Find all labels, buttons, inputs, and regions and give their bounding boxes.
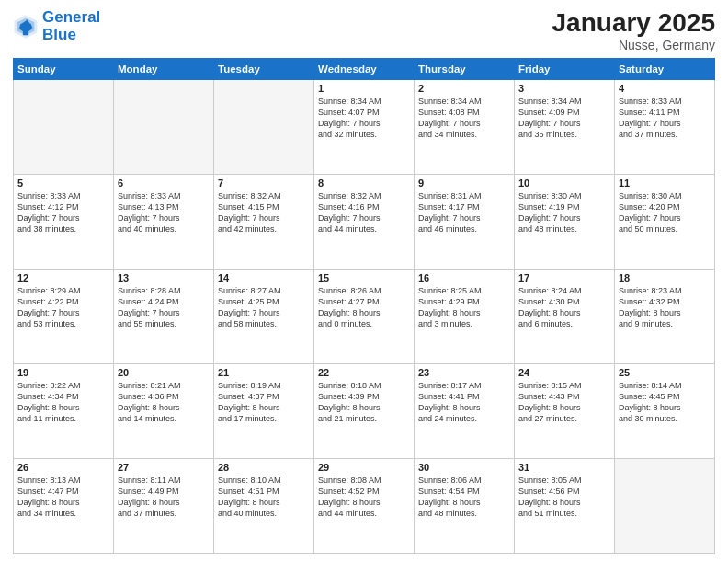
day-number: 11 (619, 178, 711, 189)
day-number: 2 (418, 83, 510, 94)
day-info: Sunrise: 8:24 AM Sunset: 4:30 PM Dayligh… (518, 285, 610, 330)
header-sunday: Sunday (14, 58, 114, 79)
week-row-3: 12Sunrise: 8:29 AM Sunset: 4:22 PM Dayli… (14, 269, 715, 363)
day-number: 24 (518, 367, 610, 378)
header-friday: Friday (515, 58, 615, 79)
calendar-cell: 16Sunrise: 8:25 AM Sunset: 4:29 PM Dayli… (415, 269, 515, 363)
day-number: 13 (118, 272, 210, 283)
calendar-cell: 26Sunrise: 8:13 AM Sunset: 4:47 PM Dayli… (14, 458, 114, 553)
day-info: Sunrise: 8:15 AM Sunset: 4:43 PM Dayligh… (518, 380, 610, 425)
day-number: 31 (518, 462, 610, 473)
day-info: Sunrise: 8:34 AM Sunset: 4:07 PM Dayligh… (318, 96, 410, 141)
day-number: 15 (318, 272, 410, 283)
calendar-cell: 30Sunrise: 8:06 AM Sunset: 4:54 PM Dayli… (415, 458, 515, 553)
day-info: Sunrise: 8:29 AM Sunset: 4:22 PM Dayligh… (17, 285, 109, 330)
day-number: 20 (118, 367, 210, 378)
day-info: Sunrise: 8:22 AM Sunset: 4:34 PM Dayligh… (17, 380, 109, 425)
calendar-cell: 3Sunrise: 8:34 AM Sunset: 4:09 PM Daylig… (515, 79, 615, 174)
calendar-cell: 24Sunrise: 8:15 AM Sunset: 4:43 PM Dayli… (515, 363, 615, 458)
calendar-table: Sunday Monday Tuesday Wednesday Thursday… (13, 58, 715, 554)
day-number: 12 (17, 272, 109, 283)
day-info: Sunrise: 8:30 AM Sunset: 4:20 PM Dayligh… (619, 190, 711, 236)
day-info: Sunrise: 8:23 AM Sunset: 4:32 PM Dayligh… (619, 285, 711, 330)
day-info: Sunrise: 8:10 AM Sunset: 4:51 PM Dayligh… (218, 475, 310, 520)
day-number: 5 (17, 178, 109, 189)
calendar-cell: 19Sunrise: 8:22 AM Sunset: 4:34 PM Dayli… (14, 363, 114, 458)
header-saturday: Saturday (615, 58, 715, 79)
logo-blue: Blue (42, 26, 76, 43)
day-info: Sunrise: 8:33 AM Sunset: 4:11 PM Dayligh… (619, 96, 711, 141)
day-number: 10 (518, 178, 610, 189)
day-info: Sunrise: 8:26 AM Sunset: 4:27 PM Dayligh… (318, 285, 410, 330)
day-number: 23 (418, 367, 510, 378)
calendar-cell: 25Sunrise: 8:14 AM Sunset: 4:45 PM Dayli… (615, 363, 715, 458)
day-number: 28 (218, 462, 310, 473)
calendar-cell: 28Sunrise: 8:10 AM Sunset: 4:51 PM Dayli… (214, 458, 314, 553)
day-info: Sunrise: 8:18 AM Sunset: 4:39 PM Dayligh… (318, 380, 410, 425)
calendar-cell: 12Sunrise: 8:29 AM Sunset: 4:22 PM Dayli… (14, 269, 114, 363)
day-info: Sunrise: 8:05 AM Sunset: 4:56 PM Dayligh… (518, 475, 610, 520)
day-info: Sunrise: 8:25 AM Sunset: 4:29 PM Dayligh… (418, 285, 510, 330)
week-row-5: 26Sunrise: 8:13 AM Sunset: 4:47 PM Dayli… (14, 458, 715, 553)
day-number: 4 (619, 83, 711, 94)
calendar-cell: 31Sunrise: 8:05 AM Sunset: 4:56 PM Dayli… (515, 458, 615, 553)
day-number: 27 (118, 462, 210, 473)
calendar-cell: 2Sunrise: 8:34 AM Sunset: 4:08 PM Daylig… (415, 79, 515, 174)
day-number: 7 (218, 178, 310, 189)
header-wednesday: Wednesday (314, 58, 415, 79)
day-number: 30 (418, 462, 510, 473)
calendar-cell: 10Sunrise: 8:30 AM Sunset: 4:19 PM Dayli… (515, 174, 615, 269)
calendar-cell: 22Sunrise: 8:18 AM Sunset: 4:39 PM Dayli… (314, 363, 415, 458)
day-info: Sunrise: 8:14 AM Sunset: 4:45 PM Dayligh… (619, 380, 711, 425)
calendar-cell: 9Sunrise: 8:31 AM Sunset: 4:17 PM Daylig… (415, 174, 515, 269)
calendar-cell (214, 79, 314, 174)
day-info: Sunrise: 8:06 AM Sunset: 4:54 PM Dayligh… (418, 475, 510, 520)
calendar-cell: 11Sunrise: 8:30 AM Sunset: 4:20 PM Dayli… (615, 174, 715, 269)
title-block: January 2025 Nusse, Germany (552, 9, 715, 52)
calendar-cell: 15Sunrise: 8:26 AM Sunset: 4:27 PM Dayli… (314, 269, 415, 363)
header-monday: Monday (114, 58, 214, 79)
calendar-cell: 27Sunrise: 8:11 AM Sunset: 4:49 PM Dayli… (114, 458, 214, 553)
calendar-cell: 23Sunrise: 8:17 AM Sunset: 4:41 PM Dayli… (415, 363, 515, 458)
calendar-cell: 6Sunrise: 8:33 AM Sunset: 4:13 PM Daylig… (114, 174, 214, 269)
day-info: Sunrise: 8:33 AM Sunset: 4:12 PM Dayligh… (17, 190, 109, 236)
day-info: Sunrise: 8:08 AM Sunset: 4:52 PM Dayligh… (318, 475, 410, 520)
calendar-cell: 29Sunrise: 8:08 AM Sunset: 4:52 PM Dayli… (314, 458, 415, 553)
day-info: Sunrise: 8:21 AM Sunset: 4:36 PM Dayligh… (118, 380, 210, 425)
day-info: Sunrise: 8:33 AM Sunset: 4:13 PM Dayligh… (118, 190, 210, 236)
calendar-cell (14, 79, 114, 174)
day-info: Sunrise: 8:34 AM Sunset: 4:09 PM Dayligh… (518, 96, 610, 141)
day-number: 8 (318, 178, 410, 189)
day-number: 17 (518, 272, 610, 283)
calendar-cell (615, 458, 715, 553)
calendar-cell: 7Sunrise: 8:32 AM Sunset: 4:15 PM Daylig… (214, 174, 314, 269)
day-info: Sunrise: 8:31 AM Sunset: 4:17 PM Dayligh… (418, 190, 510, 236)
header-thursday: Thursday (415, 58, 515, 79)
day-info: Sunrise: 8:32 AM Sunset: 4:16 PM Dayligh… (318, 190, 410, 236)
day-info: Sunrise: 8:27 AM Sunset: 4:25 PM Dayligh… (218, 285, 310, 330)
day-number: 14 (218, 272, 310, 283)
day-info: Sunrise: 8:19 AM Sunset: 4:37 PM Dayligh… (218, 380, 310, 425)
main-title: January 2025 (552, 9, 715, 38)
day-number: 3 (518, 83, 610, 94)
day-info: Sunrise: 8:30 AM Sunset: 4:19 PM Dayligh… (518, 190, 610, 236)
calendar-cell: 14Sunrise: 8:27 AM Sunset: 4:25 PM Dayli… (214, 269, 314, 363)
logo: General Blue (13, 9, 100, 43)
calendar-cell: 17Sunrise: 8:24 AM Sunset: 4:30 PM Dayli… (515, 269, 615, 363)
day-info: Sunrise: 8:17 AM Sunset: 4:41 PM Dayligh… (418, 380, 510, 425)
calendar-cell: 1Sunrise: 8:34 AM Sunset: 4:07 PM Daylig… (314, 79, 415, 174)
day-info: Sunrise: 8:11 AM Sunset: 4:49 PM Dayligh… (118, 475, 210, 520)
day-number: 21 (218, 367, 310, 378)
logo-general: General (42, 8, 100, 26)
day-number: 19 (17, 367, 109, 378)
calendar-cell: 5Sunrise: 8:33 AM Sunset: 4:12 PM Daylig… (14, 174, 114, 269)
day-info: Sunrise: 8:28 AM Sunset: 4:24 PM Dayligh… (118, 285, 210, 330)
day-number: 26 (17, 462, 109, 473)
logo-icon (13, 14, 39, 40)
day-number: 18 (619, 272, 711, 283)
week-row-1: 1Sunrise: 8:34 AM Sunset: 4:07 PM Daylig… (14, 79, 715, 174)
header: General Blue January 2025 Nusse, Germany (13, 9, 715, 52)
day-info: Sunrise: 8:34 AM Sunset: 4:08 PM Dayligh… (418, 96, 510, 141)
calendar-header: Sunday Monday Tuesday Wednesday Thursday… (14, 58, 715, 79)
calendar-body: 1Sunrise: 8:34 AM Sunset: 4:07 PM Daylig… (14, 79, 715, 553)
